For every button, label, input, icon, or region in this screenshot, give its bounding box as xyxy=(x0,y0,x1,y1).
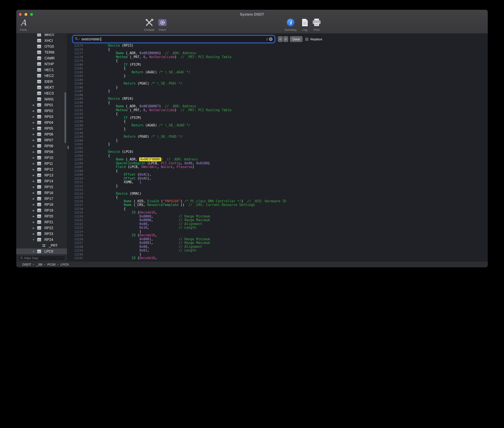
sidebar-scrollbar[interactable] xyxy=(64,92,66,143)
sidebar-item-rp17[interactable]: ▶RP17 xyxy=(16,196,67,202)
sidebar-item-lpc0[interactable]: ▼LPC0 xyxy=(16,248,67,254)
sidebar-item-rp06[interactable]: ▶RP06 xyxy=(16,132,67,137)
disclosure-triangle-icon[interactable]: ▶ xyxy=(32,202,36,207)
code-line[interactable]: 12220 0x0000, // Range Minimum xyxy=(67,215,488,219)
code-line[interactable]: 12217 Name (_CRS, ResourceTemplate () //… xyxy=(67,203,488,207)
sidebar-item-rp02[interactable]: ▶RP02 xyxy=(16,108,67,114)
search-menu-chevron-icon[interactable]: ▾ xyxy=(79,38,80,40)
code-line[interactable]: 12182 Return (AG6C) /* \_SB_.AG6C */ xyxy=(67,70,488,74)
filter-tree-field[interactable] xyxy=(18,256,65,261)
breadcrumb-item[interactable]: DSDT xyxy=(22,263,31,266)
sidebar-item-rp13[interactable]: ▶RP13 xyxy=(16,172,67,178)
disclosure-triangle-icon[interactable]: ▶ xyxy=(32,172,36,178)
sidebar-item-camr[interactable]: CAMR xyxy=(16,55,67,61)
sidebar-item-hec1[interactable]: HEC1 xyxy=(16,67,67,73)
code-line[interactable]: 12193 { xyxy=(67,112,488,116)
disclosure-triangle-icon[interactable]: ▶ xyxy=(32,219,36,225)
code-line[interactable]: 12180 If (PICM) xyxy=(67,63,488,67)
sidebar-item-rp14[interactable]: ▶RP14 xyxy=(16,178,67,184)
done-button[interactable]: Done xyxy=(290,36,303,42)
sidebar-item-rp20[interactable]: ▶RP20 xyxy=(16,213,67,219)
code-line[interactable]: 12185 Return (PG6C) /* \_SB_.PG6C */ xyxy=(67,82,488,86)
code-line[interactable]: 12184 xyxy=(67,78,488,82)
code-line[interactable]: 12198 xyxy=(67,131,488,135)
code-line[interactable]: 12214 Device (DMAC) xyxy=(67,192,488,196)
code-line[interactable]: 12189 Device (RP24) xyxy=(67,97,488,101)
code-editor[interactable]: 12175 Device (RP23)12176 {12177 Name (_A… xyxy=(67,44,488,261)
code-line[interactable]: 12195 { xyxy=(67,120,488,123)
disclosure-triangle-icon[interactable]: ▶ xyxy=(32,137,36,143)
code-line[interactable]: 12229 0x03, // Length xyxy=(67,249,488,253)
sidebar-item-nan1[interactable]: NAN1 xyxy=(16,96,67,102)
code-line[interactable]: 12222 0x00, // Alignment xyxy=(67,222,488,226)
code-line[interactable]: 12205 Name (_ADR, 0x001F0000) // _ADR: A… xyxy=(67,158,488,162)
sidebar-item-rp12[interactable]: ▶RP12 xyxy=(16,166,67,172)
disclosure-triangle-icon[interactable]: ▼ xyxy=(32,237,36,243)
code-line[interactable]: 12208 { xyxy=(67,169,488,173)
code-line[interactable]: 12200 } xyxy=(67,139,488,143)
replace-checkbox[interactable] xyxy=(305,38,309,41)
code-line[interactable]: 12210 Offset (0xAE), xyxy=(67,177,488,181)
disclosure-triangle-icon[interactable]: ▶ xyxy=(32,231,36,237)
disclosure-triangle-icon[interactable]: ▶ xyxy=(32,114,36,120)
sidebar-item-xhci[interactable]: XHCI xyxy=(16,38,67,44)
sidebar-item-rp03[interactable]: ▶RP03 xyxy=(16,114,67,120)
code-line[interactable]: 12215 { xyxy=(67,196,488,199)
code-line[interactable]: 12196 Return (AG6D) /* \_SB_.AG6D */ xyxy=(67,123,488,127)
disclosure-triangle-icon[interactable]: ▶ xyxy=(32,102,36,108)
disclosure-triangle-icon[interactable]: ▶ xyxy=(32,132,36,137)
fonts-button[interactable]: A Fonts xyxy=(20,17,27,32)
sidebar-item-rp19[interactable]: ▶RP19 xyxy=(16,207,67,213)
code-line[interactable]: 12206 OperationRegion (LPCB, PCI_Config,… xyxy=(67,162,488,165)
compile-button[interactable]: Compile xyxy=(144,17,154,32)
code-line[interactable]: 12213 xyxy=(67,188,488,192)
code-line[interactable]: 12221 0x0000, // Range Maximum xyxy=(67,218,488,222)
code-line[interactable]: 12211 XSMB, 1 xyxy=(67,180,488,184)
code-line[interactable]: 12190 { xyxy=(67,101,488,105)
code-line[interactable]: 12223 0x10, // Length xyxy=(67,226,488,230)
breadcrumb-item[interactable]: _SB xyxy=(36,263,42,266)
sidebar-item-rp18[interactable]: ▶RP18 xyxy=(16,202,67,207)
sidebar-item-term[interactable]: TERM xyxy=(16,49,67,55)
sidebar-item-rp22[interactable]: ▶RP22 xyxy=(16,225,67,231)
sidebar-item-rp08[interactable]: ▶RP08 xyxy=(16,143,67,149)
code-line[interactable]: 12228 0x00, // Alignment xyxy=(67,245,488,249)
sidebar-item-rp11[interactable]: ▶RP11 xyxy=(16,161,67,166)
code-line[interactable]: 12197 } xyxy=(67,127,488,131)
sidebar-item-rp07[interactable]: ▶RP07 xyxy=(16,137,67,143)
code-line[interactable]: 12209 Offset (0xAC), xyxy=(67,173,488,177)
sidebar-item-rp10[interactable]: ▶RP10 xyxy=(16,155,67,161)
summary-button[interactable]: i Summary xyxy=(285,17,297,32)
code-line[interactable]: 12203 Device (LPC0) xyxy=(67,150,488,154)
disclosure-triangle-icon[interactable]: ▶ xyxy=(32,155,36,161)
disclosure-triangle-icon[interactable]: ▶ xyxy=(32,178,36,184)
sidebar-item-otg0[interactable]: OTG0 xyxy=(16,44,67,49)
code-line[interactable]: 12175 Device (RP23) xyxy=(67,44,488,48)
disclosure-triangle-icon[interactable]: ▶ xyxy=(32,190,36,196)
code-line[interactable]: 12177 Name (_ADR, 0x001B0006) // _ADR: A… xyxy=(67,51,488,55)
code-line[interactable]: 12191 Name (_ADR, 0x001B0007) // _ADR: A… xyxy=(67,105,488,108)
clear-search-icon[interactable]: ✕ xyxy=(269,37,273,41)
sidebar-item-rp04[interactable]: ▶RP04 xyxy=(16,120,67,125)
sidebar-item-rp01[interactable]: ▶RP01 xyxy=(16,102,67,108)
disclosure-triangle-icon[interactable]: ▶ xyxy=(32,108,36,114)
code-line[interactable]: 12183 } xyxy=(67,74,488,78)
code-line[interactable]: 12212 } xyxy=(67,184,488,188)
previous-match-button[interactable]: < xyxy=(278,36,283,42)
code-line[interactable]: 12186 } xyxy=(67,86,488,90)
sidebar-item-hec2[interactable]: HEC2 xyxy=(16,73,67,79)
sidebar-item-ider[interactable]: IDER xyxy=(16,79,67,85)
code-line[interactable]: 12192 Method (_PRT, 0, NotSerialized) //… xyxy=(67,108,488,112)
editor-scrollbar-thumb[interactable] xyxy=(67,146,69,149)
code-line[interactable]: 12204 { xyxy=(67,154,488,158)
code-line[interactable]: 12202 xyxy=(67,146,488,150)
sidebar-item-_prt[interactable]: _PRT xyxy=(16,243,67,248)
code-line[interactable]: 12226 0x0081, // Range Minimum xyxy=(67,238,488,241)
sidebar-item-rp05[interactable]: ▶RP05 xyxy=(16,125,67,132)
sidebar-item-rp24[interactable]: ▼RP24 xyxy=(16,237,67,243)
code-line[interactable]: 12181 { xyxy=(67,66,488,70)
log-button[interactable]: Log xyxy=(302,17,308,32)
code-line[interactable]: 12219 IO (Decode16, xyxy=(67,211,488,215)
sidebar-item-rp21[interactable]: ▶RP21 xyxy=(16,219,67,225)
disclosure-triangle-icon[interactable]: ▶ xyxy=(32,166,36,172)
